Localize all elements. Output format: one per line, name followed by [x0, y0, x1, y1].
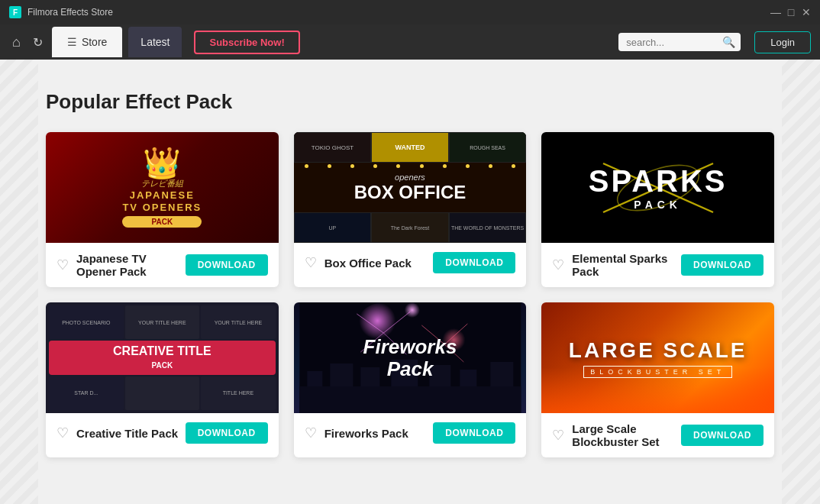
- store-tab-label: Store: [82, 36, 107, 48]
- ct-main-cell: CREATIVE TITLEPACK: [49, 341, 276, 374]
- app-title: Filmora Effects Store: [27, 7, 113, 18]
- pack-left-creative: ♡ Creative Title Pack: [56, 425, 178, 441]
- download-button-largescale[interactable]: DOWNLOAD: [681, 425, 764, 446]
- minimize-button[interactable]: —: [771, 8, 780, 17]
- japanese-pack-badge: PACK: [122, 216, 202, 228]
- title-bar: F Filmora Effects Store — □ ✕: [0, 0, 820, 24]
- svg-rect-7: [307, 371, 322, 386]
- search-bar: 🔍: [618, 33, 741, 51]
- home-button[interactable]: ⌂: [9, 31, 24, 53]
- ct-cell-4: STAR D...: [49, 376, 124, 410]
- heart-button-creative[interactable]: ♡: [56, 425, 69, 441]
- bo-top-row: TOKIO GHOST WANTED ROUGH SEAS: [294, 132, 527, 163]
- bo-bottom-row: UP The Dark Forest THE WORLD OF MONSTERS: [294, 212, 527, 243]
- bo-main-row: openers BOX OFFICE: [294, 163, 527, 212]
- pack-info-largescale: ♡ Large Scale Blockbuster Set DOWNLOAD: [541, 413, 774, 457]
- ls-main-text: LARGE SCALE: [569, 338, 747, 363]
- download-button-boxoffice[interactable]: DOWNLOAD: [433, 252, 515, 273]
- refresh-icon: ↻: [33, 36, 43, 49]
- maximize-button[interactable]: □: [786, 8, 796, 17]
- download-button-japanese[interactable]: DOWNLOAD: [186, 254, 268, 276]
- app-icon: F: [9, 6, 21, 18]
- login-button[interactable]: Login: [754, 31, 811, 53]
- pack-card-sparks: SPARKS PACK ♡ Elemental Sparks Pack DOWN…: [541, 132, 774, 287]
- ct-cell-6: TITLE HERE: [201, 376, 276, 410]
- heart-button-boxoffice[interactable]: ♡: [305, 254, 317, 271]
- svg-rect-8: [330, 363, 353, 386]
- bo-light-10: [512, 164, 515, 168]
- heart-button-fireworks[interactable]: ♡: [305, 425, 317, 441]
- crown-icon: 👑: [122, 147, 202, 178]
- pack-left-fireworks: ♡ Fireworks Pack: [305, 425, 408, 441]
- download-button-creative[interactable]: DOWNLOAD: [186, 422, 268, 444]
- japanese-tv-label: テレビ番組: [122, 178, 202, 189]
- main-content: Popular Effect Pack 👑 テレビ番組 JAPANESETV O…: [0, 60, 820, 504]
- bo-lights: [294, 163, 527, 170]
- bo-light-4: [373, 164, 377, 168]
- window-controls[interactable]: — □ ✕: [771, 8, 811, 17]
- bo-top-col1: TOKIO GHOST: [294, 132, 372, 163]
- ct-cell-3: YOUR TITLE HERE: [201, 305, 276, 339]
- pack-name-fireworks: Fireworks Pack: [324, 427, 408, 440]
- pack-info-sparks: ♡ Elemental Sparks Pack DOWNLOAD: [541, 243, 774, 287]
- pack-name-boxoffice: Box Office Pack: [324, 257, 412, 270]
- svg-rect-12: [460, 370, 476, 386]
- subscribe-button[interactable]: Subscribe Now!: [194, 31, 299, 54]
- pack-left-sparks: ♡ Elemental Sparks Pack: [552, 252, 681, 278]
- latest-tab-label: Latest: [140, 36, 169, 48]
- download-button-sparks[interactable]: DOWNLOAD: [681, 254, 764, 276]
- pack-thumbnail-largescale: LARGE SCALE BLOCKBUSTER SET: [541, 302, 774, 413]
- sparks-sub: PACK: [634, 199, 682, 211]
- pack-info-fireworks: ♡ Fireworks Pack DOWNLOAD: [294, 413, 527, 453]
- ct-cell-5: [125, 376, 200, 410]
- pack-name-creative: Creative Title Pack: [76, 427, 178, 440]
- bo-top-col2: WANTED: [371, 132, 449, 163]
- ct-cell-1: PHOTO SCENARIO: [49, 305, 124, 339]
- pack-card-largescale: LARGE SCALE BLOCKBUSTER SET ♡ Large Scal…: [541, 302, 774, 457]
- ct-cell-2: YOUR TITLE HERE: [125, 305, 200, 339]
- pack-card-fireworks: FireworksPack ♡ Fireworks Pack DOWNLOAD: [294, 302, 527, 457]
- pack-left-japanese: ♡ Japanese TV Opener Pack: [56, 252, 186, 278]
- home-icon: ⌂: [12, 34, 21, 50]
- bo-light-5: [396, 164, 400, 168]
- japanese-thumbnail-content: 👑 テレビ番組 JAPANESETV OPENERS PACK: [122, 147, 202, 228]
- bo-bot-col3: THE WORLD OF MONSTERS: [449, 212, 527, 243]
- search-input[interactable]: [626, 37, 718, 48]
- svg-rect-6: [299, 386, 521, 413]
- pack-grid: 👑 テレビ番組 JAPANESETV OPENERS PACK ♡ Japane…: [46, 132, 774, 457]
- pack-left-largescale: ♡ Large Scale Blockbuster Set: [552, 422, 681, 448]
- bo-openers-text: openers: [395, 173, 425, 182]
- heart-button-largescale[interactable]: ♡: [552, 427, 564, 444]
- section-title: Popular Effect Pack: [46, 90, 774, 114]
- bo-light-3: [350, 164, 354, 168]
- search-icon[interactable]: 🔍: [722, 36, 735, 48]
- pack-name-largescale: Large Scale Blockbuster Set: [572, 422, 681, 448]
- bo-bot-col2: The Dark Forest: [371, 212, 449, 243]
- latest-tab[interactable]: Latest: [128, 27, 182, 57]
- japanese-main-text: JAPANESETV OPENERS: [122, 189, 202, 213]
- svg-rect-13: [490, 362, 513, 386]
- content-area: Popular Effect Pack 👑 テレビ番組 JAPANESETV O…: [0, 60, 820, 480]
- heart-button-japanese[interactable]: ♡: [56, 257, 69, 273]
- close-button[interactable]: ✕: [802, 8, 811, 17]
- pack-card-boxoffice: TOKIO GHOST WANTED ROUGH SEAS: [294, 132, 527, 287]
- bo-main-text: BOX OFFICE: [354, 182, 466, 203]
- pack-thumbnail-boxoffice: TOKIO GHOST WANTED ROUGH SEAS: [294, 132, 527, 243]
- pack-info-japanese: ♡ Japanese TV Opener Pack DOWNLOAD: [46, 243, 279, 287]
- ls-sub-text: BLOCKBUSTER SET: [583, 366, 732, 378]
- bo-bot-col1: UP: [294, 212, 372, 243]
- bo-light-1: [305, 164, 308, 168]
- download-button-fireworks[interactable]: DOWNLOAD: [433, 422, 515, 444]
- bo-light-8: [466, 164, 470, 168]
- pack-name-japanese: Japanese TV Opener Pack: [76, 252, 186, 278]
- bo-light-2: [328, 164, 331, 168]
- pack-name-sparks: Elemental Sparks Pack: [572, 252, 681, 278]
- store-tab[interactable]: ☰ Store: [52, 27, 122, 57]
- heart-button-sparks[interactable]: ♡: [552, 257, 564, 273]
- pack-left-boxoffice: ♡ Box Office Pack: [305, 254, 412, 271]
- pack-thumbnail-creative: PHOTO SCENARIO YOUR TITLE HERE YOUR TITL…: [46, 302, 279, 413]
- pack-thumbnail-fireworks: FireworksPack: [294, 302, 527, 413]
- refresh-button[interactable]: ↻: [30, 32, 46, 53]
- pack-card-japanese: 👑 テレビ番組 JAPANESETV OPENERS PACK ♡ Japane…: [46, 132, 279, 287]
- bo-light-6: [420, 164, 424, 168]
